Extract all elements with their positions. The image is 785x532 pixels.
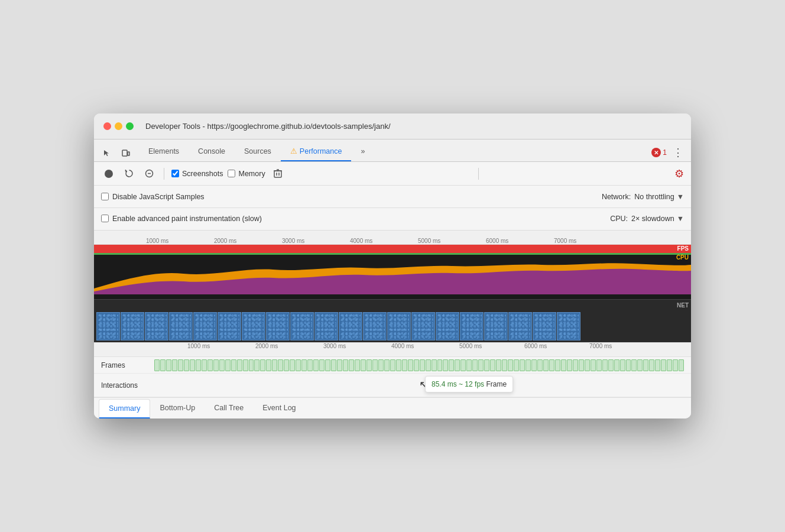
tab-sources[interactable]: Sources: [235, 142, 281, 161]
frame-block[interactable]: [319, 359, 325, 371]
frame-block[interactable]: [484, 359, 489, 371]
frame-block[interactable]: [514, 359, 519, 371]
frame-block[interactable]: [555, 359, 560, 371]
frame-block[interactable]: [337, 359, 342, 371]
frame-block[interactable]: [649, 359, 654, 371]
pointer-tool[interactable]: [99, 145, 115, 161]
frame-block[interactable]: [202, 359, 207, 371]
tab-elements[interactable]: Elements: [139, 142, 189, 161]
frame-block[interactable]: [266, 359, 271, 371]
screenshot-thumb[interactable]: [557, 312, 580, 340]
frame-block[interactable]: [402, 359, 407, 371]
frame-block[interactable]: [160, 359, 166, 371]
frame-block[interactable]: [372, 359, 378, 371]
device-toolbar-button[interactable]: [118, 145, 134, 161]
screenshots-checkbox-label[interactable]: Screenshots: [171, 170, 223, 178]
frame-block[interactable]: [219, 359, 225, 371]
tab-bottom-up[interactable]: Bottom-Up: [150, 399, 205, 418]
frame-block[interactable]: [567, 359, 572, 371]
frame-block[interactable]: [196, 359, 201, 371]
frame-block[interactable]: [225, 359, 231, 371]
screenshot-thumb[interactable]: [314, 312, 338, 340]
frame-block[interactable]: [355, 359, 360, 371]
screenshot-thumb[interactable]: [193, 312, 217, 340]
frame-block[interactable]: [396, 359, 401, 371]
frame-block[interactable]: [290, 359, 295, 371]
maximize-button[interactable]: [126, 122, 134, 130]
frame-block[interactable]: [449, 359, 454, 371]
screenshot-thumb[interactable]: [508, 312, 532, 340]
tab-console[interactable]: Console: [189, 142, 235, 161]
frame-block[interactable]: [408, 359, 413, 371]
screenshot-thumb[interactable]: [96, 312, 120, 340]
clear-button[interactable]: [141, 166, 157, 181]
frame-block[interactable]: [343, 359, 348, 371]
tab-event-log[interactable]: Event Log: [253, 399, 305, 418]
screenshot-thumb[interactable]: [145, 312, 168, 340]
tab-more[interactable]: »: [351, 142, 374, 161]
frame-block[interactable]: [637, 359, 643, 371]
disable-js-checkbox[interactable]: [101, 193, 109, 200]
frame-block[interactable]: [284, 359, 289, 371]
frame-block[interactable]: [455, 359, 460, 371]
tab-summary[interactable]: Summary: [99, 399, 150, 419]
delete-profile-button[interactable]: [270, 166, 286, 181]
frame-block[interactable]: [331, 359, 336, 371]
tab-performance[interactable]: ⚠ Performance: [281, 142, 352, 161]
frame-block[interactable]: [460, 359, 466, 371]
frame-block[interactable]: [172, 359, 177, 371]
screenshot-thumb[interactable]: [266, 312, 290, 340]
frame-block[interactable]: [414, 359, 419, 371]
frame-block[interactable]: [508, 359, 513, 371]
screenshot-thumb[interactable]: [290, 312, 314, 340]
frame-block[interactable]: [631, 359, 637, 371]
frame-block[interactable]: [579, 359, 584, 371]
screenshot-thumb[interactable]: [533, 312, 556, 340]
frame-block[interactable]: [154, 359, 160, 371]
frame-block[interactable]: [349, 359, 354, 371]
frame-block[interactable]: [661, 359, 666, 371]
screenshot-thumb[interactable]: [121, 312, 144, 340]
frame-block[interactable]: [520, 359, 525, 371]
frame-block[interactable]: [573, 359, 578, 371]
tab-call-tree[interactable]: Call Tree: [205, 399, 253, 418]
frame-block[interactable]: [207, 359, 213, 371]
frame-block[interactable]: [420, 359, 425, 371]
frame-block[interactable]: [390, 359, 395, 371]
frame-block[interactable]: [591, 359, 596, 371]
frame-block[interactable]: [237, 359, 242, 371]
memory-checkbox[interactable]: [228, 170, 235, 177]
frame-block[interactable]: [537, 359, 543, 371]
screenshot-thumb[interactable]: [484, 312, 508, 340]
screenshot-thumb[interactable]: [436, 312, 459, 340]
frame-block[interactable]: [561, 359, 566, 371]
enable-paint-label[interactable]: Enable advanced paint instrumentation (s…: [101, 215, 262, 223]
frame-block[interactable]: [301, 359, 307, 371]
frame-block[interactable]: [620, 359, 625, 371]
frame-block[interactable]: [608, 359, 614, 371]
frame-block[interactable]: [166, 359, 171, 371]
reload-record-button[interactable]: [121, 166, 137, 181]
minimize-button[interactable]: [115, 122, 122, 130]
screenshot-thumb[interactable]: [169, 312, 193, 340]
frame-block[interactable]: [531, 359, 537, 371]
frame-block[interactable]: [543, 359, 549, 371]
cpu-select[interactable]: 2× slowdown ▼: [631, 215, 684, 223]
enable-paint-checkbox[interactable]: [101, 215, 109, 222]
frame-block[interactable]: [673, 359, 678, 371]
frame-block[interactable]: [626, 359, 631, 371]
more-options-button[interactable]: ⋮: [670, 144, 686, 161]
frame-block[interactable]: [378, 359, 384, 371]
frame-block[interactable]: [614, 359, 619, 371]
frame-block[interactable]: [272, 359, 277, 371]
frame-block[interactable]: [643, 359, 648, 371]
record-button[interactable]: [101, 166, 116, 181]
frame-block[interactable]: [667, 359, 672, 371]
frame-block[interactable]: [502, 359, 507, 371]
screenshot-thumb[interactable]: [339, 312, 362, 340]
frame-block[interactable]: [472, 359, 478, 371]
frame-block[interactable]: [384, 359, 390, 371]
screenshot-thumb[interactable]: [242, 312, 265, 340]
memory-checkbox-label[interactable]: Memory: [228, 170, 265, 178]
frame-block[interactable]: [254, 359, 259, 371]
